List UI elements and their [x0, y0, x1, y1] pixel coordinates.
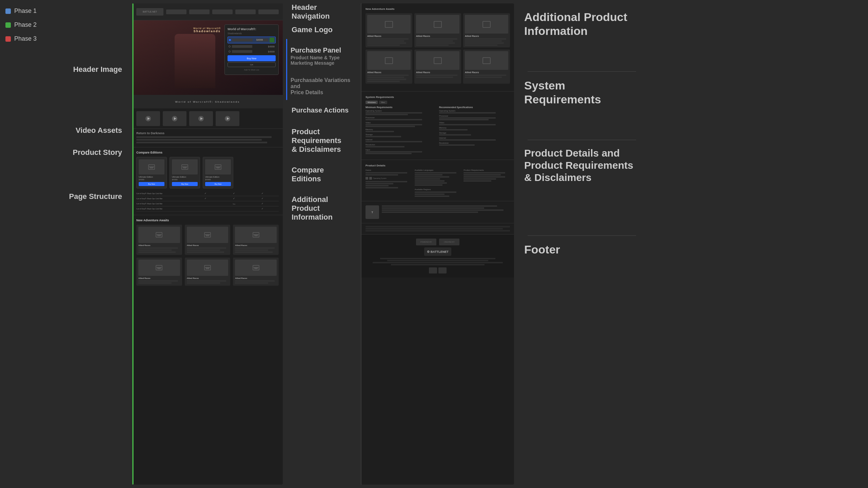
sidebar-item-phase1[interactable]: Phase 1 — [0, 4, 61, 18]
wf-buy-button[interactable]: Buy Now — [228, 55, 276, 61]
wf-product-img-3 — [235, 227, 277, 243]
rw-pd-line — [415, 196, 450, 197]
wf-variation-name2 — [232, 45, 252, 48]
rw-product-card-6: Allied Races — [463, 49, 510, 84]
rw-sysreq-rec-cat-os: Operating System — [439, 110, 510, 112]
wf-compare-row-2: Call of Duty®: Black Ops Cold War ✓ ✓ ✓ — [136, 196, 279, 201]
rw-product-card-5: Allied Races — [414, 49, 461, 84]
rw-sysreq-rec-row-proc: Processor — [439, 115, 510, 120]
rw-footer-line — [373, 262, 502, 263]
ml-additional-product-label: Additional Product Information — [286, 188, 361, 229]
rw-desc-line — [465, 44, 497, 46]
wf-radio-2 — [229, 45, 231, 47]
rw-product-img-5 — [416, 51, 459, 70]
rw-product-details-section: Product Details Genre Operating System — [361, 160, 514, 201]
rw-val-line — [366, 114, 408, 115]
wf-compare-row-4: Call of Duty®: Black Ops Cold War ✓ — [136, 206, 279, 211]
rw-pd-regions-item — [415, 191, 461, 197]
wf-edition-buy-2[interactable]: Buy Now — [172, 182, 198, 186]
wf-edition-price-1: $4999 — [139, 179, 164, 181]
rw-sysreq-grid: Minimum Requirements Operating System Pr… — [366, 106, 510, 156]
wf-edition-buy-3[interactable]: Buy Now — [205, 182, 231, 186]
wf-feature-1: Call of Duty®: Black Ops Cold War — [136, 192, 191, 195]
wf-desc-line — [138, 251, 176, 253]
wf-nav-item — [212, 9, 233, 14]
wf-nav-items — [166, 9, 279, 14]
rw-sysreq-rec-col: Recommended Specifications Operating Sys… — [439, 106, 510, 156]
wf-edition-name-1: Ultimate Edition — [139, 176, 164, 178]
rw-age-line — [382, 207, 484, 209]
rw-desc-line — [416, 40, 453, 42]
wf-check-3c: ✓ — [249, 202, 276, 205]
rw-tab-mac[interactable]: Mac — [379, 101, 387, 104]
wf-check-1b: ✓ — [220, 192, 248, 195]
rw-sysreq-rec-cat-proc: Processor — [439, 115, 510, 117]
rw-sysreq-rec-val-mem — [439, 129, 510, 130]
rw-sysreq-val-storage — [366, 136, 436, 137]
wf-product-icon-5 — [204, 265, 211, 270]
wf-product-desc-2 — [187, 247, 229, 253]
rw-social-icon-2[interactable] — [438, 267, 447, 273]
rw-val-line — [439, 124, 496, 125]
wf-wishlist-button[interactable]: Add To Wish List — [228, 68, 276, 72]
rw-product-img-2 — [416, 15, 459, 34]
rw-pd-available-regions: Available Regions — [415, 188, 461, 197]
rw-pd-line — [415, 191, 456, 193]
sidebar-item-phase2[interactable]: Phase 2 — [0, 18, 61, 32]
rw-footer-logos: POWERED BY CREATED BY — [366, 239, 510, 245]
rw-disclaimer-line — [366, 226, 510, 227]
sidebar-item-phase3[interactable]: Phase 3 — [0, 32, 61, 46]
ml-header-nav-label: Header Navigation — [286, 3, 361, 20]
wf-edition-buy-1[interactable]: Buy Now — [139, 182, 164, 186]
rw-sysreq-rec-cat-video: Video — [439, 122, 510, 124]
ml-game-logo-label: Game Logo — [286, 20, 361, 39]
rw-val-line — [439, 134, 471, 136]
wf-product-card-6: Allied Races — [233, 258, 279, 286]
wf-game-logo-bar: World of Warcraft®: Shadowlands — [132, 95, 283, 108]
rw-desc-line — [416, 42, 455, 44]
rw-pd-line — [366, 183, 393, 184]
rw-desc-line — [465, 40, 502, 42]
right-label-additional: Additional Product Information — [524, 3, 639, 71]
wf-video-thumb-2[interactable] — [163, 111, 186, 126]
rw-val-line — [439, 119, 489, 120]
wf-product-desc-6 — [235, 280, 277, 284]
wf-product-name-4: Allied Races — [138, 277, 180, 279]
wf-gift-button[interactable]: Gift — [228, 62, 276, 67]
rw-sysreq-rec-title: Recommended Specifications — [439, 106, 510, 108]
rw-age-line — [382, 211, 478, 213]
wf-panel-subtitle: Shadowlands — [228, 32, 276, 35]
wf-desc-line — [138, 282, 172, 284]
rw-pd-line — [366, 174, 398, 176]
rw-pd-lang-item — [415, 172, 461, 186]
rw-val-line — [366, 119, 422, 120]
wf-product-card-1: Allied Races — [136, 225, 182, 255]
rw-social-icon-1[interactable] — [429, 267, 437, 273]
rw-sysreq-row-mem: Memory — [366, 128, 436, 132]
rw-pd-line — [463, 178, 496, 180]
rw-product-img-6 — [465, 51, 508, 70]
label-header-image — [61, 0, 129, 20]
rw-pd-os: Operating System — [366, 177, 412, 180]
rw-product-card-3: Allied Races — [463, 13, 510, 47]
wf-video-thumb-4[interactable] — [216, 111, 239, 126]
rw-sysreq-min-col: Minimum Requirements Operating System Pr… — [366, 106, 436, 156]
wf-play-triangle-1 — [147, 117, 150, 120]
rw-product-card-1: Allied Races — [366, 13, 412, 47]
wf-compare-row-3: Call of Duty®: Black Ops Cold War Yes ✓ — [136, 201, 279, 206]
rw-pd-req-title: Product Requirements — [463, 169, 510, 171]
wf-desc-line — [235, 251, 272, 253]
wf-variation-3: $4999 — [228, 49, 276, 54]
wf-desc-line — [187, 280, 226, 282]
wf-product-desc-3 — [235, 247, 277, 253]
wf-video-thumb-1[interactable] — [136, 111, 160, 126]
rw-product-name-6: Allied Races — [465, 71, 508, 74]
rw-os-mac-icon — [369, 177, 372, 180]
wf-radio-1 — [229, 39, 231, 41]
rw-additional-title: New Adventure Awaits — [366, 7, 510, 11]
wf-video-thumb-3[interactable] — [189, 111, 213, 126]
rw-product-name-5: Allied Races — [416, 71, 459, 74]
rw-img-placeholder — [385, 57, 393, 64]
rw-tab-windows[interactable]: Windows — [366, 101, 378, 104]
rw-val-line — [366, 151, 422, 152]
